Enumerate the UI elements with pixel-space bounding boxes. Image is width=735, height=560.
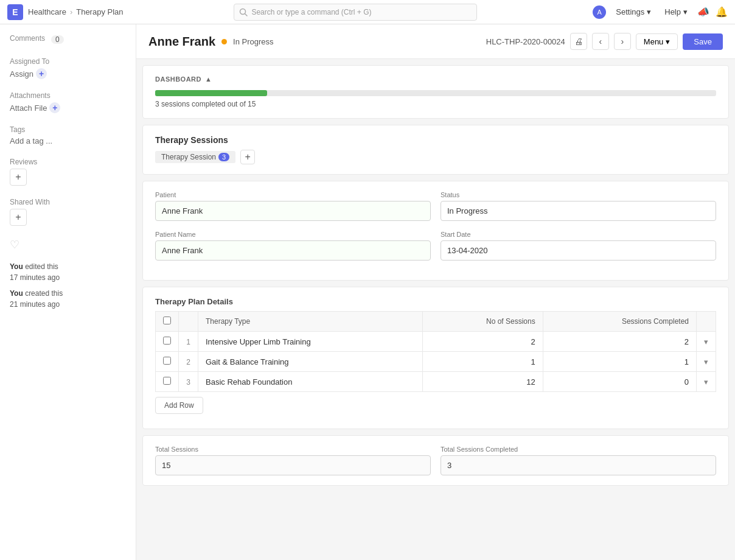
settings-button[interactable]: Settings ▾ bbox=[612, 6, 655, 18]
megaphone-icon[interactable]: 📣 bbox=[697, 6, 709, 18]
assign-button[interactable]: Assign + bbox=[10, 68, 126, 79]
add-session-button[interactable]: + bbox=[240, 150, 255, 164]
table-header-row: Therapy Type No of Sessions Sessions Com… bbox=[156, 312, 716, 332]
th-checkbox bbox=[156, 312, 179, 332]
sidebar-attachments: Attachments Attach File + bbox=[10, 91, 126, 113]
breadcrumb-healthcare[interactable]: Healthcare bbox=[28, 7, 66, 16]
therapy-sessions-header: Therapy Sessions bbox=[155, 135, 716, 145]
total-completed-group: Total Sessions Completed 3 bbox=[441, 446, 716, 475]
help-button[interactable]: Help ▾ bbox=[661, 6, 691, 18]
add-review-button[interactable]: + bbox=[10, 169, 27, 186]
th-no-sessions: No of Sessions bbox=[423, 312, 543, 332]
search-bar[interactable]: Search or type a command (Ctrl + G) bbox=[234, 4, 477, 21]
next-button[interactable]: › bbox=[614, 33, 631, 50]
breadcrumb: Healthcare › Therapy Plan bbox=[28, 7, 124, 16]
attachments-label: Attachments bbox=[10, 91, 126, 100]
session-row: Therapy Session 3 + bbox=[155, 150, 716, 164]
prev-button[interactable]: ‹ bbox=[592, 33, 609, 50]
comments-label: Comments bbox=[10, 34, 45, 43]
row3-checkbox[interactable] bbox=[163, 377, 171, 385]
dashboard-inner: DASHBOARD ▲ 3 sessions completed out of … bbox=[143, 66, 728, 118]
form-inner: Patient Anne Frank Status In Progress Pa… bbox=[143, 181, 728, 280]
row2-num: 2 bbox=[179, 352, 198, 372]
add-shared-button[interactable]: + bbox=[10, 209, 27, 226]
dashboard-header[interactable]: DASHBOARD ▲ bbox=[155, 75, 716, 83]
add-tag-button[interactable]: Add a tag ... bbox=[10, 136, 126, 145]
heart-icon[interactable]: ♡ bbox=[10, 238, 126, 251]
sidebar-shared-with: Shared With + bbox=[10, 198, 126, 226]
avatar: A bbox=[593, 5, 606, 19]
attach-plus-icon[interactable]: + bbox=[49, 102, 60, 113]
row2-checkbox[interactable] bbox=[163, 357, 171, 365]
th-therapy-type: Therapy Type bbox=[198, 312, 423, 332]
row1-checkbox[interactable] bbox=[163, 337, 171, 345]
dashboard-chevron-icon: ▲ bbox=[205, 75, 212, 83]
tags-label: Tags bbox=[10, 125, 126, 134]
add-row-button[interactable]: Add Row bbox=[155, 397, 203, 414]
sidebar-tags: Tags Add a tag ... bbox=[10, 125, 126, 145]
patient-input[interactable]: Anne Frank bbox=[155, 201, 431, 221]
attach-file-button[interactable]: Attach File + bbox=[10, 102, 126, 113]
row2-type: Gait & Balance Training bbox=[198, 352, 423, 372]
main-content: Anne Frank In Progress HLC-THP-2020-0002… bbox=[136, 24, 735, 560]
patient-name-input[interactable]: Anne Frank bbox=[155, 240, 431, 261]
total-sessions-label: Total Sessions bbox=[155, 446, 431, 453]
sidebar-reviews: Reviews + bbox=[10, 158, 126, 186]
row2-completed: 1 bbox=[543, 352, 696, 372]
status-input[interactable]: In Progress bbox=[441, 201, 716, 221]
row1-type: Intensive Upper Limb Training bbox=[198, 332, 423, 352]
select-all-checkbox[interactable] bbox=[163, 317, 171, 324]
patient-label: Patient bbox=[155, 191, 431, 198]
therapy-plan-section: Therapy Plan Details Therapy Type No of … bbox=[142, 287, 729, 429]
row1-num: 1 bbox=[179, 332, 198, 352]
session-label: Therapy Session bbox=[161, 153, 216, 161]
form-grid: Patient Anne Frank Status In Progress Pa… bbox=[155, 191, 716, 261]
status-group: Status In Progress bbox=[441, 191, 716, 221]
doc-id: HLC-THP-2020-00024 bbox=[486, 37, 565, 46]
row1-completed: 2 bbox=[543, 332, 696, 352]
therapy-plan-inner: Therapy Plan Details Therapy Type No of … bbox=[143, 287, 728, 429]
menu-button[interactable]: Menu ▾ bbox=[636, 33, 678, 50]
therapy-session-tag[interactable]: Therapy Session 3 bbox=[155, 151, 235, 163]
start-date-label: Start Date bbox=[441, 231, 716, 238]
totals-grid: Total Sessions 15 Total Sessions Complet… bbox=[143, 436, 728, 485]
table-row: 1 Intensive Upper Limb Training 2 2 ▾ bbox=[156, 332, 716, 352]
breadcrumb-sep-1: › bbox=[70, 7, 72, 16]
patient-name-title: Anne Frank bbox=[148, 35, 215, 49]
app-icon: E bbox=[7, 4, 23, 20]
breadcrumb-therapy-plan[interactable]: Therapy Plan bbox=[76, 7, 123, 16]
activity-item-2: You created this 21 minutes ago bbox=[10, 288, 126, 310]
status-dot bbox=[221, 39, 227, 44]
therapy-sessions-title: Therapy Sessions bbox=[155, 135, 228, 145]
sidebar-assigned-to: Assigned To Assign + bbox=[10, 57, 126, 79]
therapy-plan-table: Therapy Type No of Sessions Sessions Com… bbox=[155, 311, 716, 392]
therapy-sessions-section: Therapy Sessions Therapy Session 3 + bbox=[142, 125, 729, 175]
form-section: Patient Anne Frank Status In Progress Pa… bbox=[142, 181, 729, 281]
status-text: In Progress bbox=[233, 37, 273, 46]
search-icon bbox=[239, 8, 248, 16]
row3-chevron[interactable]: ▾ bbox=[697, 372, 716, 392]
bell-icon[interactable]: 🔔 bbox=[716, 6, 728, 18]
row1-chevron[interactable]: ▾ bbox=[697, 332, 716, 352]
patient-name-label: Patient Name bbox=[155, 231, 431, 238]
start-date-group: Start Date 13-04-2020 bbox=[441, 231, 716, 261]
total-sessions-value: 15 bbox=[155, 455, 431, 475]
row2-chevron[interactable]: ▾ bbox=[697, 352, 716, 372]
patient-name-group: Patient Name Anne Frank bbox=[155, 231, 431, 261]
menu-chevron-icon: ▾ bbox=[666, 37, 670, 46]
session-count-badge: 3 bbox=[218, 153, 229, 161]
table-body: 1 Intensive Upper Limb Training 2 2 ▾ 2 … bbox=[156, 332, 716, 392]
total-completed-value: 3 bbox=[441, 455, 716, 475]
reviews-label: Reviews bbox=[10, 158, 126, 166]
row3-checkbox-cell bbox=[156, 372, 179, 392]
print-button[interactable]: 🖨 bbox=[570, 33, 587, 50]
start-date-input[interactable]: 13-04-2020 bbox=[441, 240, 716, 261]
progress-bar-fill bbox=[155, 90, 267, 96]
save-button[interactable]: Save bbox=[683, 33, 723, 50]
assign-plus-icon[interactable]: + bbox=[36, 68, 47, 79]
row3-no-sessions: 12 bbox=[423, 372, 543, 392]
table-row: 3 Basic Rehab Foundation 12 0 ▾ bbox=[156, 372, 716, 392]
shared-with-label: Shared With bbox=[10, 198, 126, 206]
therapy-plan-title: Therapy Plan Details bbox=[155, 297, 716, 306]
status-label: Status bbox=[441, 191, 716, 198]
